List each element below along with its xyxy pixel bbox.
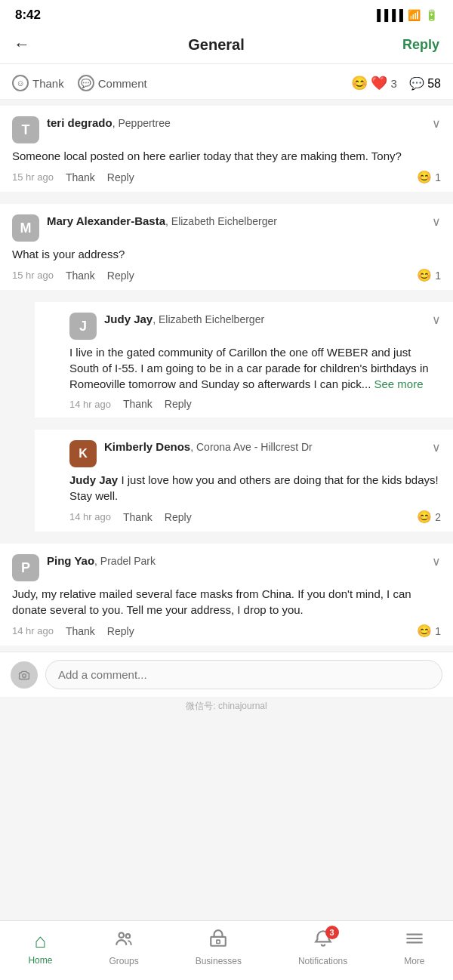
comment-body: Judy Jay I just love how you and others … [69, 472, 441, 504]
comment-location: , Corona Ave - Hillcrest Dr [190, 441, 313, 453]
see-more-link[interactable]: See more [374, 378, 424, 390]
status-time: 8:42 [15, 8, 41, 23]
comment-body: What is your address? [12, 246, 441, 262]
comment-location: , Pradel Park [94, 555, 156, 567]
reply-button[interactable]: Reply [107, 171, 134, 183]
nav-item-businesses[interactable]: Businesses [196, 929, 242, 966]
wifi-icon: 📶 [408, 9, 421, 21]
comment-footer: 15 hr ago Thank Reply 😊 1 [12, 170, 441, 184]
comment-card-nested: J Judy Jay, Elizabeth Eichelberger ∨ I l… [35, 302, 453, 418]
avatar: K [69, 440, 97, 467]
groups-icon [114, 929, 134, 954]
comment-footer: 15 hr ago Thank Reply 😊 1 [12, 268, 441, 282]
reaction-count: 2 [435, 511, 441, 523]
comment-location: , Peppertree [112, 117, 171, 129]
thank-icon-top: ☺ [12, 75, 29, 91]
thank-button[interactable]: Thank [66, 171, 95, 183]
avatar-letter: K [79, 447, 88, 461]
reaction-group-top: 😊 ❤️ 3 💬 58 [351, 75, 441, 91]
reply-button[interactable]: Reply [107, 625, 134, 637]
comment-header: T teri degrado, Peppertree ∨ [12, 116, 441, 143]
thank-button[interactable]: Thank [66, 270, 95, 282]
svg-point-2 [119, 932, 125, 938]
reaction-right: 😊 1 [417, 624, 441, 638]
reaction-emoji: 😊 [417, 170, 432, 184]
nav-label-notifications: Notifications [298, 956, 347, 966]
comment-meta: Judy Jay, Elizabeth Eichelberger [104, 313, 424, 326]
comment-location: , Elizabeth Eichelberger [165, 215, 277, 227]
chevron-down-icon[interactable]: ∨ [432, 440, 441, 455]
status-bar: 8:42 ▐▐▐▐ 📶 🔋 [0, 0, 453, 27]
nav-item-home[interactable]: ⌂ Home [28, 929, 52, 966]
comment-body: Judy, my relative mailed several face ma… [12, 586, 441, 618]
chevron-down-icon[interactable]: ∨ [432, 554, 441, 569]
mention: Judy Jay [69, 473, 118, 486]
chevron-down-icon[interactable]: ∨ [432, 214, 441, 229]
timestamp: 15 hr ago [12, 270, 54, 281]
back-button[interactable]: ← [14, 35, 30, 54]
comment-footer: 14 hr ago Thank Reply [69, 398, 441, 410]
comment-footer: 14 hr ago Thank Reply 😊 1 [12, 624, 441, 638]
notifications-icon: 3 [313, 929, 333, 954]
status-icons: ▐▐▐▐ 📶 🔋 [373, 9, 438, 21]
battery-icon: 🔋 [425, 9, 438, 21]
thank-button[interactable]: Thank [66, 625, 95, 637]
comment-header: P Ping Yao, Pradel Park ∨ [12, 554, 441, 581]
avatar: P [12, 554, 39, 581]
nav-label-groups: Groups [109, 956, 138, 966]
nav-item-notifications[interactable]: 3 Notifications [298, 929, 347, 966]
reaction-emoji: 😊 [417, 624, 432, 638]
thank-button-top[interactable]: ☺ Thank [12, 75, 64, 91]
comment-button-top[interactable]: 💬 Comment [78, 75, 147, 91]
camera-icon [16, 667, 32, 683]
header-reply-button[interactable]: Reply [402, 37, 439, 53]
nav-label-home: Home [28, 955, 52, 966]
watermark: 微信号: chinajournal [0, 697, 453, 773]
reply-button[interactable]: Reply [165, 511, 192, 523]
comment-header: M Mary Alexander-Basta, Elizabeth Eichel… [12, 214, 441, 242]
reaction-right: 😊 2 [417, 510, 441, 524]
comment-meta: teri degrado, Peppertree [47, 116, 424, 130]
reaction-emoji2: ❤️ [371, 75, 387, 91]
input-avatar [11, 661, 38, 689]
comment-input[interactable] [45, 660, 442, 689]
comment-meta: Kimberly Denos, Corona Ave - Hillcrest D… [104, 440, 424, 454]
thank-label-top: Thank [32, 77, 64, 90]
thank-button[interactable]: Thank [123, 511, 153, 523]
nav-label-businesses: Businesses [196, 956, 242, 966]
avatar: T [12, 116, 39, 143]
signal-icon: ▐▐▐▐ [373, 9, 403, 21]
nav-label-more: More [404, 956, 424, 966]
timestamp: 15 hr ago [12, 171, 54, 183]
comment-header: J Judy Jay, Elizabeth Eichelberger ∨ [69, 313, 441, 340]
nav-item-more[interactable]: More [404, 929, 424, 966]
chevron-down-icon[interactable]: ∨ [432, 313, 441, 327]
comment-meta: Ping Yao, Pradel Park [47, 554, 424, 568]
notification-badge: 3 [325, 926, 339, 939]
comment-count-top: 58 [427, 77, 441, 90]
reaction-right: 😊 1 [417, 170, 441, 184]
thank-button[interactable]: Thank [123, 398, 153, 410]
reply-button[interactable]: Reply [107, 270, 134, 282]
comment-body: Someone local posted on here earlier tod… [12, 148, 441, 164]
chevron-down-icon[interactable]: ∨ [432, 116, 441, 131]
comment-card: P Ping Yao, Pradel Park ∨ Judy, my relat… [0, 544, 453, 646]
avatar: M [12, 214, 39, 242]
reaction-count-top: 3 [390, 77, 396, 90]
comment-body: I live in the gated community of Carillo… [69, 344, 441, 392]
timestamp: 14 hr ago [69, 399, 111, 410]
svg-point-3 [126, 934, 130, 938]
comment-card: M Mary Alexander-Basta, Elizabeth Eichel… [0, 204, 453, 290]
comment-author: Ping Yao [47, 554, 94, 567]
comment-footer: 14 hr ago Thank Reply 😊 2 [69, 510, 441, 524]
feed: T teri degrado, Peppertree ∨ Someone loc… [0, 106, 453, 773]
reaction-emoji: 😊 [417, 510, 432, 524]
header-title: General [188, 36, 244, 54]
comment-bubble-top: 💬 58 [409, 76, 441, 91]
reply-button[interactable]: Reply [165, 398, 192, 410]
comment-author: teri degrado [47, 116, 112, 129]
nav-item-groups[interactable]: Groups [109, 929, 138, 966]
timestamp: 14 hr ago [69, 511, 111, 522]
nested-content: J Judy Jay, Elizabeth Eichelberger ∨ I l… [69, 313, 441, 410]
reaction-count: 1 [435, 171, 441, 183]
